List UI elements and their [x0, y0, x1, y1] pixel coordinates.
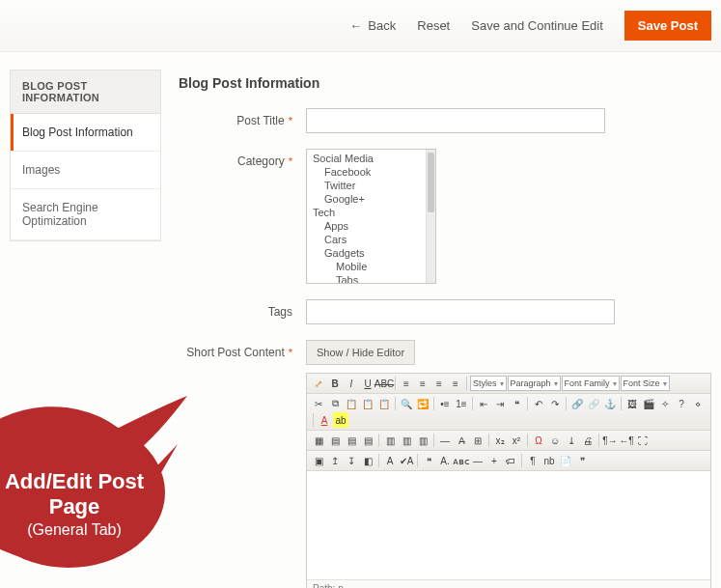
ins-icon[interactable]: + [486, 453, 502, 468]
sidebar-item-images[interactable]: Images [11, 152, 160, 189]
font-size-select[interactable]: Font Size▾ [621, 376, 670, 391]
bold-icon[interactable]: B [327, 376, 343, 391]
abbr-icon[interactable]: A. [437, 453, 453, 468]
unlink-icon[interactable]: 🔗 [586, 396, 601, 411]
category-option[interactable]: Cars [307, 233, 426, 246]
scrollbar[interactable] [426, 150, 435, 283]
paste-icon[interactable]: 📋 [344, 396, 359, 411]
styles-select[interactable]: Styles▾ [470, 376, 507, 391]
paste-text-icon[interactable]: 📋 [360, 396, 375, 411]
code-icon[interactable]: ⋄ [690, 396, 706, 411]
hr-icon[interactable]: — [437, 433, 453, 448]
anchor-icon[interactable]: ⚓ [602, 396, 618, 411]
template-icon[interactable]: 📄 [558, 453, 573, 468]
layer-icon[interactable]: ▣ [311, 453, 326, 468]
italic-icon[interactable]: I [344, 376, 359, 391]
styleprops-icon[interactable]: A [382, 453, 398, 468]
sidebar-item-blog-post-information[interactable]: Blog Post Information [11, 114, 160, 152]
paragraph-select[interactable]: Paragraph▾ [508, 376, 561, 391]
redo-icon[interactable]: ↷ [547, 396, 563, 411]
editor-toolbar-row: ▣ ↥ ↧ ◧ A ✔A ❝ A. ᴀʙᴄ — + 🏷 [307, 451, 710, 471]
expand-icon[interactable]: ⤢ [311, 376, 326, 391]
category-option[interactable]: Google+ [307, 192, 426, 206]
cleanup-icon[interactable]: ✧ [657, 396, 673, 411]
cite-icon[interactable]: ❝ [421, 453, 436, 468]
category-option[interactable]: Tabs [307, 273, 426, 283]
fullscreen-icon[interactable]: ⛶ [635, 433, 651, 448]
table-row-after-icon[interactable]: ▤ [344, 433, 359, 448]
table-delete-row-icon[interactable]: ▤ [360, 433, 375, 448]
layer-forward-icon[interactable]: ↥ [327, 453, 343, 468]
find-icon[interactable]: 🔍 [399, 396, 414, 411]
emoticon-icon[interactable]: ☺ [547, 433, 563, 448]
help-icon[interactable]: ? [674, 396, 689, 411]
strike-icon[interactable]: ABC [376, 376, 392, 391]
sidebar-item-seo[interactable]: Search Engine Optimization [11, 189, 160, 240]
category-select[interactable]: Social Media Facebook Twitter Google+ Te… [306, 149, 436, 284]
table-icon[interactable]: ▦ [311, 433, 326, 448]
align-center-icon[interactable]: ≡ [415, 376, 430, 391]
attribs-icon[interactable]: 🏷 [503, 453, 518, 468]
post-title-input[interactable] [306, 108, 605, 133]
pagebreak-icon[interactable]: ⤓ [564, 433, 579, 448]
rtl-icon[interactable]: ←¶ [619, 433, 634, 448]
subscript-icon[interactable]: x₂ [492, 433, 508, 448]
del-icon[interactable]: — [470, 453, 485, 468]
short-content-toggle-button[interactable]: Show / Hide Editor [306, 340, 415, 365]
tags-input[interactable] [306, 299, 615, 324]
category-option[interactable]: Social Media [307, 152, 426, 165]
save-continue-button[interactable]: Save and Continue Edit [471, 18, 603, 33]
underline-icon[interactable]: U [360, 376, 375, 391]
blockquote2-icon[interactable]: ❞ [574, 453, 590, 468]
superscript-icon[interactable]: x² [509, 433, 524, 448]
category-option[interactable]: Gadgets [307, 246, 426, 260]
align-right-icon[interactable]: ≡ [431, 376, 447, 391]
backcolor-icon[interactable]: ab [333, 412, 348, 428]
category-option[interactable]: Tech [307, 206, 426, 219]
undo-icon[interactable]: ↶ [531, 396, 546, 411]
paste-word-icon[interactable]: 📋 [376, 396, 392, 411]
nonbreaking-icon[interactable]: nb [541, 453, 557, 468]
table-col-before-icon[interactable]: ▥ [382, 433, 398, 448]
font-family-select[interactable]: Font Family▾ [562, 376, 620, 391]
visual-aid-icon[interactable]: ⊞ [470, 433, 485, 448]
editor-toolbar-row: ⤢ B I U ABC ≡ ≡ ≡ ≡ Styles▾ Paragraph▾ F… [307, 374, 710, 394]
save-button[interactable]: Save Post [624, 11, 711, 41]
media-icon[interactable]: 🎬 [641, 396, 656, 411]
copy-icon[interactable]: ⧉ [327, 396, 343, 411]
annotation-line2: (General Tab) [0, 521, 167, 539]
category-option[interactable]: Twitter [307, 179, 426, 192]
cut-icon[interactable]: ✂ [311, 396, 326, 411]
indent-icon[interactable]: ⇥ [492, 396, 508, 411]
layer-abs-icon[interactable]: ◧ [360, 453, 375, 468]
special-char-icon[interactable]: Ω [531, 433, 546, 448]
link-icon[interactable]: 🔗 [569, 396, 585, 411]
align-justify-icon[interactable]: ≡ [448, 376, 463, 391]
align-left-icon[interactable]: ≡ [399, 376, 414, 391]
forecolor-icon[interactable]: A [317, 412, 332, 428]
category-option[interactable]: Mobile [307, 260, 426, 273]
reset-button[interactable]: Reset [417, 18, 450, 33]
table-delete-col-icon[interactable]: ▥ [415, 433, 430, 448]
layer-backward-icon[interactable]: ↧ [344, 453, 359, 468]
bullet-list-icon[interactable]: •≡ [437, 396, 453, 411]
table-row-before-icon[interactable]: ▤ [327, 433, 343, 448]
editor-path: Path: p [307, 579, 710, 588]
back-button[interactable]: ← Back [349, 18, 396, 33]
visualchars-icon[interactable]: ¶ [525, 453, 541, 468]
category-option[interactable]: Apps [307, 219, 426, 233]
number-list-icon[interactable]: 1≡ [454, 396, 469, 411]
table-col-after-icon[interactable]: ▥ [399, 433, 414, 448]
print-icon[interactable]: 🖨 [580, 433, 596, 448]
acronym-icon[interactable]: ᴀʙᴄ [454, 453, 469, 468]
blockquote-icon[interactable]: ❝ [509, 396, 524, 411]
image-icon[interactable]: 🖼 [624, 396, 640, 411]
spellcheck-icon[interactable]: ✔A [399, 453, 414, 468]
ltr-icon[interactable]: ¶→ [602, 433, 618, 448]
short-content-textarea[interactable] [307, 471, 710, 579]
category-option[interactable]: Facebook [307, 165, 426, 179]
outdent-icon[interactable]: ⇤ [476, 396, 491, 411]
remove-format-icon[interactable]: A̶ [454, 433, 469, 448]
reset-label: Reset [417, 18, 450, 33]
replace-icon[interactable]: 🔁 [415, 396, 430, 411]
